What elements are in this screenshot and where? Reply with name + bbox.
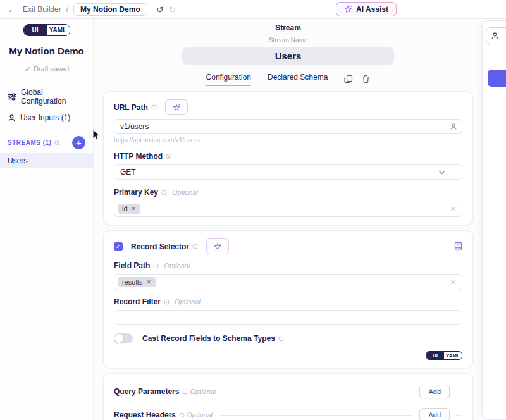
user-variable-icon[interactable] bbox=[450, 123, 457, 130]
info-icon bbox=[151, 104, 157, 110]
sidebar-item-label: User Inputs (1) bbox=[20, 113, 70, 122]
sidebar-item-user-inputs[interactable]: User Inputs (1) bbox=[0, 109, 93, 126]
card-ui-yaml-toggle: UI YAML bbox=[426, 351, 462, 360]
optional-label: Optional bbox=[175, 298, 201, 306]
ui-toggle-segment[interactable]: UI bbox=[426, 352, 444, 359]
info-icon bbox=[182, 389, 188, 395]
sidebar-item-stream-users[interactable]: Users bbox=[0, 153, 93, 168]
url-path-label: URL Path bbox=[114, 103, 148, 112]
record-selector-checkbox[interactable]: ✓ bbox=[114, 242, 123, 251]
check-icon bbox=[24, 66, 30, 72]
ui-yaml-toggle: UI YAML bbox=[23, 24, 70, 36]
optional-label: Optional bbox=[190, 388, 216, 395]
yaml-toggle-segment[interactable]: YAML bbox=[444, 352, 462, 359]
exit-builder-link[interactable]: Exit Builder bbox=[23, 5, 61, 14]
yaml-toggle-segment[interactable]: YAML bbox=[47, 25, 70, 35]
field-path-tag-input[interactable]: results ✕ ✕ bbox=[114, 274, 462, 290]
info-icon bbox=[278, 336, 284, 342]
optional-label: Optional bbox=[164, 262, 190, 269]
undo-icon[interactable]: ↺ bbox=[156, 4, 164, 15]
record-filter-input[interactable] bbox=[114, 310, 462, 325]
connector-builder-app: ← Exit Builder / My Notion Demo ↺ ↻ AI A… bbox=[0, 0, 506, 420]
tag-chip: results ✕ bbox=[118, 277, 156, 287]
person-icon bbox=[8, 114, 16, 122]
info-icon bbox=[179, 412, 185, 418]
optional-label: Optional bbox=[172, 188, 198, 196]
redo-icon[interactable]: ↻ bbox=[168, 4, 176, 15]
tab-configuration[interactable]: Configuration bbox=[206, 73, 251, 86]
person-icon bbox=[491, 32, 499, 40]
streams-section-label: STREAMS (1) bbox=[8, 139, 51, 146]
chevron-down-icon bbox=[438, 170, 445, 175]
stream-tabs: Configuration Declared Schema bbox=[103, 72, 473, 86]
info-icon bbox=[166, 154, 171, 159]
request-options-card: Query Parameters Optional Add Request He… bbox=[103, 373, 473, 420]
testing-values-button[interactable] bbox=[486, 27, 506, 44]
query-parameters-label: Query Parameters bbox=[114, 387, 179, 396]
sliders-icon bbox=[8, 92, 16, 101]
remove-tag-icon[interactable]: ✕ bbox=[146, 279, 151, 285]
ai-suggest-url-button[interactable] bbox=[165, 99, 188, 115]
draft-saved-status: Draft saved bbox=[0, 65, 93, 73]
connector-title: My Notion Demo bbox=[0, 46, 93, 56]
url-path-input[interactable] bbox=[114, 119, 462, 134]
cast-fields-label: Cast Record Fields to Schema Types bbox=[142, 334, 275, 343]
top-bar: ← Exit Builder / My Notion Demo ↺ ↻ AI A… bbox=[0, 0, 506, 19]
add-query-parameter-button[interactable]: Add bbox=[419, 385, 450, 398]
cast-fields-toggle[interactable] bbox=[114, 333, 133, 343]
remove-tag-icon[interactable]: ✕ bbox=[132, 206, 137, 212]
clear-input-icon[interactable]: ✕ bbox=[450, 205, 456, 213]
primary-key-tag-input[interactable]: id ✕ ✕ bbox=[114, 201, 462, 217]
add-request-header-button[interactable]: Add bbox=[419, 408, 450, 420]
stream-editor: Stream Stream Name Users Configuration D… bbox=[94, 19, 482, 420]
info-icon bbox=[161, 190, 167, 195]
test-stream-button[interactable] bbox=[488, 70, 506, 87]
ui-toggle-segment[interactable]: UI bbox=[24, 25, 47, 35]
record-selector-label: Record Selector bbox=[131, 242, 189, 251]
project-name-chip[interactable]: My Notion Demo bbox=[73, 3, 147, 16]
http-method-label: HTTP Method bbox=[114, 152, 163, 161]
primary-key-label: Primary Key bbox=[114, 188, 158, 197]
stream-header: Stream bbox=[103, 23, 473, 32]
ai-assist-button[interactable]: AI Assist bbox=[336, 2, 397, 16]
field-path-label: Field Path bbox=[114, 261, 150, 270]
sparkle-icon bbox=[344, 5, 352, 13]
tag-chip: id ✕ bbox=[118, 204, 140, 214]
sidebar-item-label: Global Configuration bbox=[21, 88, 85, 106]
http-method-select[interactable]: GET bbox=[114, 164, 462, 180]
clear-input-icon[interactable]: ✕ bbox=[450, 278, 456, 287]
stream-name-input[interactable]: Users bbox=[182, 47, 394, 65]
info-icon bbox=[153, 263, 159, 269]
docs-book-icon[interactable] bbox=[454, 242, 462, 251]
tab-declared-schema[interactable]: Declared Schema bbox=[268, 73, 328, 86]
copy-stream-icon[interactable] bbox=[344, 75, 353, 83]
ai-suggest-record-selector-button[interactable] bbox=[206, 238, 229, 254]
optional-label: Optional bbox=[187, 411, 213, 419]
back-arrow-icon[interactable]: ← bbox=[8, 4, 16, 15]
ai-assist-label: AI Assist bbox=[356, 5, 388, 14]
testing-panel bbox=[482, 20, 506, 420]
url-preview-hint: https://api.notion.com/v1/users bbox=[114, 137, 462, 144]
stream-name-label: Stream Name bbox=[103, 37, 473, 44]
request-headers-label: Request Headers bbox=[114, 411, 176, 419]
sidebar-item-global-configuration[interactable]: Global Configuration bbox=[0, 84, 93, 109]
info-icon bbox=[164, 299, 170, 305]
delete-stream-icon[interactable] bbox=[362, 75, 370, 83]
record-selector-card: ✓ Record Selector Field Path Optional bbox=[103, 230, 473, 368]
sidebar: UI YAML My Notion Demo Draft saved Globa… bbox=[0, 19, 94, 420]
record-filter-label: Record Filter bbox=[114, 297, 161, 306]
info-icon bbox=[192, 244, 198, 249]
breadcrumb-separator: / bbox=[66, 5, 68, 14]
add-stream-button[interactable]: + bbox=[72, 136, 85, 149]
request-configuration-card: URL Path https://api.notion.com/v1/users… bbox=[103, 91, 473, 225]
info-icon bbox=[54, 140, 60, 145]
